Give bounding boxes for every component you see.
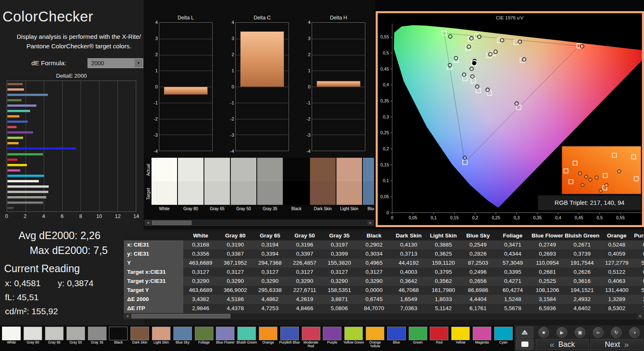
deltae-chart-title: DeltaE 2000 bbox=[3, 73, 140, 80]
measured-point bbox=[471, 75, 474, 78]
measured-point bbox=[518, 40, 522, 44]
strip-patch-gray-35: Gray 35 bbox=[257, 158, 283, 220]
svg-text:0,15: 0,15 bbox=[381, 162, 389, 167]
patch-blue-sky[interactable]: Blue Sky bbox=[172, 326, 193, 351]
patch-foliage[interactable]: Foliage bbox=[193, 326, 215, 351]
record-icon: ▣ bbox=[578, 330, 582, 335]
patch-cyan[interactable]: Cyan bbox=[492, 326, 514, 351]
table-scroll-thumb[interactable] bbox=[131, 314, 230, 318]
patch-moderate-red[interactable]: Moderate Red bbox=[300, 326, 322, 351]
patch-gray-65[interactable]: Gray 65 bbox=[44, 326, 65, 351]
back-button[interactable]: « Back bbox=[536, 339, 589, 350]
contrast-button[interactable]: ◑ bbox=[629, 327, 640, 338]
patch-yellow[interactable]: Yellow bbox=[450, 326, 471, 351]
loop-button[interactable]: ∞ bbox=[593, 327, 604, 338]
eject-button[interactable] bbox=[516, 327, 533, 338]
description: Display analysis is performed with the X… bbox=[12, 32, 145, 51]
page-title: ColorChecker bbox=[2, 8, 93, 25]
table-row[interactable]: Target x:CIE310,31270,31270,31270,31270,… bbox=[124, 268, 644, 277]
refresh-icon: ↻ bbox=[614, 330, 618, 335]
strip-scroll-thumb[interactable] bbox=[152, 221, 192, 225]
strip-scroll-track[interactable] bbox=[151, 220, 367, 225]
patch-black[interactable]: Black bbox=[108, 326, 129, 351]
description-line2: Pantone ColorChecker® target colors. bbox=[26, 43, 131, 50]
delta-l-y-axis: 43210-1-2-3-4 bbox=[152, 22, 159, 151]
stop-icon: ■ bbox=[542, 330, 545, 335]
scroll-right-icon[interactable]: ► bbox=[637, 313, 644, 319]
svg-text:0: 0 bbox=[386, 210, 389, 215]
patch-light-skin[interactable]: Light Skin bbox=[151, 326, 172, 351]
strip-scrollbar[interactable]: ◄ ► bbox=[144, 220, 374, 226]
reading-cdm2: cd/m²: 155,92 bbox=[5, 306, 58, 316]
table-scroll-track[interactable] bbox=[130, 313, 637, 319]
scroll-left-icon[interactable]: ◄ bbox=[145, 220, 151, 225]
svg-text:0,55: 0,55 bbox=[616, 215, 625, 220]
deltae-plot-area bbox=[7, 81, 136, 212]
measured-point bbox=[454, 57, 458, 60]
strip-patch-light-skin: Light Skin bbox=[336, 158, 362, 220]
dl-bar bbox=[164, 87, 208, 95]
refresh-button[interactable]: ↻ bbox=[611, 327, 622, 338]
scroll-right-icon[interactable]: ► bbox=[367, 220, 374, 225]
zoom-inset bbox=[562, 146, 641, 194]
svg-text:0,5: 0,5 bbox=[383, 50, 389, 55]
patch-gray-80[interactable]: Gray 80 bbox=[22, 326, 44, 351]
patch-gray-50[interactable]: Gray 50 bbox=[65, 326, 86, 351]
patch-blue[interactable]: Blue bbox=[386, 326, 407, 351]
deltae-bar-red bbox=[7, 157, 135, 162]
patch-yellow-green[interactable]: Yellow Green bbox=[343, 326, 365, 351]
deltae-bar-dark-skin bbox=[7, 81, 135, 87]
deltae-bar-blue bbox=[7, 146, 135, 152]
patch-purplish-blue[interactable]: Purplish Blue bbox=[279, 326, 300, 351]
deltae-bar-yellow bbox=[7, 162, 135, 168]
cie-chart-title: CIE 1976 u'v' bbox=[496, 15, 524, 20]
eject-icon bbox=[522, 330, 527, 333]
measured-point bbox=[488, 52, 492, 56]
svg-text:0,4: 0,4 bbox=[383, 82, 389, 87]
table-row[interactable]: Y463,6689367,1952294,7368226,4857155,382… bbox=[124, 259, 644, 268]
measured-point bbox=[522, 58, 526, 62]
patch-white[interactable]: White bbox=[1, 326, 22, 351]
table-row[interactable]: y: CIE310,33560,33870,33940,33970,33990,… bbox=[124, 249, 644, 259]
patch-bluish-green[interactable]: Bluish Green bbox=[236, 326, 258, 351]
svg-text:0,1: 0,1 bbox=[383, 178, 389, 183]
patch-gray-35[interactable]: Gray 35 bbox=[86, 326, 108, 351]
table-row[interactable]: x: CIE310,31680,31900,31940,31960,31970,… bbox=[124, 240, 644, 249]
delta-l-title: Delta L bbox=[159, 15, 213, 21]
target-row-label: Target bbox=[144, 182, 152, 206]
patch-blue-flower[interactable]: Blue Flower bbox=[215, 326, 236, 351]
table-row[interactable]: Target y:CIE310,32900,32900,32900,32900,… bbox=[124, 277, 644, 286]
patch-orange-yellow[interactable]: Orange Yellow bbox=[365, 326, 386, 351]
patch-dark-skin[interactable]: Dark Skin bbox=[129, 326, 151, 351]
deltae-bar-foliage bbox=[7, 97, 135, 103]
svg-text:0: 0 bbox=[391, 215, 393, 220]
de-formula-dropdown[interactable]: 2000 ▼ bbox=[88, 58, 143, 68]
patch-green[interactable]: Green bbox=[407, 326, 429, 351]
play-button[interactable]: ▶ bbox=[556, 327, 567, 338]
next-button[interactable]: Next » bbox=[590, 339, 643, 350]
table-scrollbar[interactable]: ◄ ► bbox=[124, 313, 644, 319]
patch-purple[interactable]: Purple bbox=[322, 326, 343, 351]
actual-row-label: Actual bbox=[144, 158, 152, 182]
patch-orange[interactable]: Orange bbox=[258, 326, 279, 351]
deltae-bar-gray-80 bbox=[7, 184, 135, 189]
record-button[interactable]: ▣ bbox=[575, 327, 585, 338]
table-row[interactable]: ΔE ITP2,98464,43784,72534,84665,080684,7… bbox=[124, 304, 644, 313]
deltae-bar-gray-35 bbox=[7, 200, 135, 206]
svg-text:0,55: 0,55 bbox=[381, 34, 389, 39]
display-button[interactable] bbox=[516, 339, 533, 350]
table-row[interactable]: Target Y463,6689366,9002295,6338227,6711… bbox=[124, 286, 644, 295]
deltae-bar-moderate-red bbox=[7, 125, 135, 130]
white-point-marker bbox=[472, 61, 476, 65]
table-row[interactable]: ΔE 20003,43824,51864,48624,26193,88710,6… bbox=[124, 295, 644, 304]
patch-red[interactable]: Red bbox=[429, 326, 450, 351]
actual-target-strip: Actual Target WhiteGray 80Gray 65Gray 50… bbox=[144, 158, 374, 220]
stop-button[interactable]: ■ bbox=[538, 327, 549, 338]
de-formula-label: dE Formula: bbox=[31, 59, 66, 67]
deltae-bar-gray-65 bbox=[7, 190, 135, 195]
display-icon bbox=[521, 342, 528, 347]
patch-magenta[interactable]: Magenta bbox=[471, 326, 493, 351]
strip-patch-black: Black bbox=[284, 158, 309, 220]
chevron-down-icon[interactable]: ▼ bbox=[135, 59, 142, 67]
scroll-left-icon[interactable]: ◄ bbox=[124, 313, 130, 319]
